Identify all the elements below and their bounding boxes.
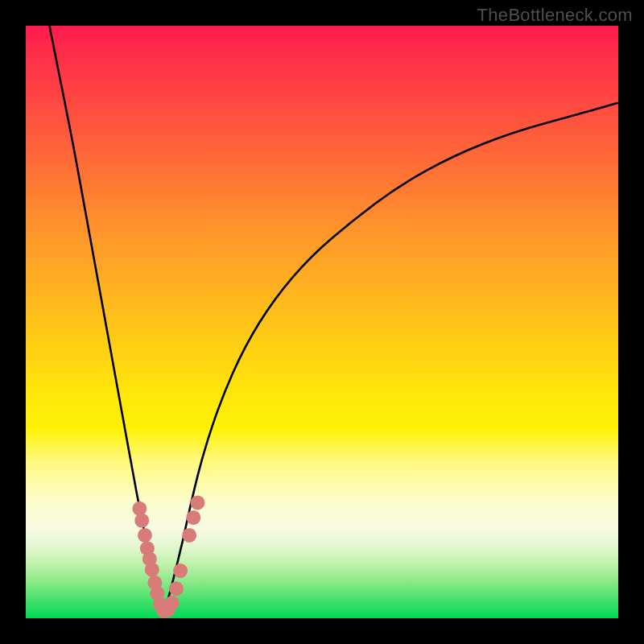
highlight-dot (138, 528, 152, 543)
highlight-dot (182, 528, 196, 543)
highlight-dot (165, 596, 180, 610)
bottleneck-curve (49, 26, 618, 613)
plot-area (26, 26, 618, 618)
highlight-dots (132, 495, 204, 618)
watermark-label: TheBottleneck.com (477, 5, 633, 26)
highlight-dot (145, 563, 159, 577)
highlight-dot (173, 564, 188, 578)
chart-frame: TheBottleneck.com (0, 0, 644, 644)
right-branch (163, 103, 618, 613)
highlight-dot (169, 581, 184, 596)
highlight-dot (134, 514, 149, 528)
curve-layer (26, 26, 618, 618)
highlight-dot (190, 495, 204, 510)
highlight-dot (186, 510, 200, 525)
